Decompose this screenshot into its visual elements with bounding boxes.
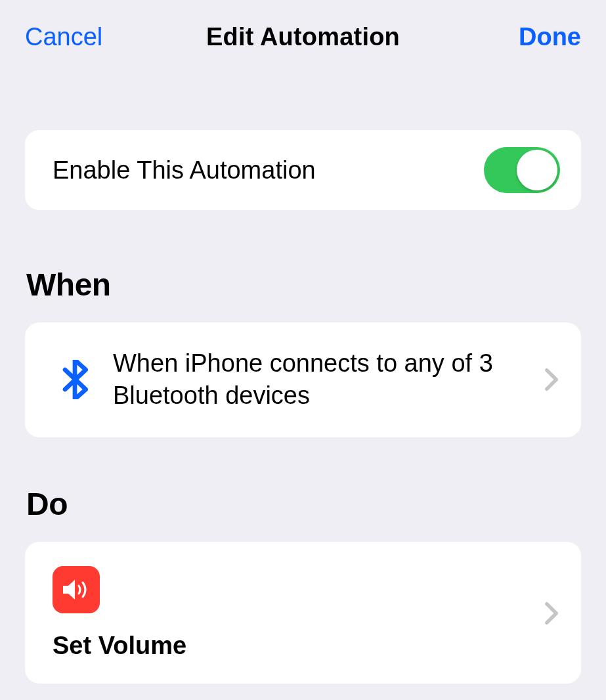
enable-automation-toggle[interactable] xyxy=(484,147,560,193)
done-label: Done xyxy=(519,23,581,51)
toggle-knob xyxy=(517,150,557,190)
do-card[interactable]: Set Volume xyxy=(25,542,581,684)
page-title: Edit Automation xyxy=(130,23,476,51)
cancel-button[interactable]: Cancel xyxy=(25,23,102,51)
action-title: Set Volume xyxy=(53,632,542,660)
sheet-root: Cancel Edit Automation Done Enable This … xyxy=(0,0,606,700)
enable-automation-label: Enable This Automation xyxy=(53,156,316,185)
chevron-right-icon xyxy=(542,368,561,391)
chevron-right-icon xyxy=(542,602,561,625)
do-section-title: Do xyxy=(26,486,581,522)
sheet-header: Cancel Edit Automation Done xyxy=(0,0,606,74)
trigger-row[interactable]: When iPhone connects to any of 3 Bluetoo… xyxy=(25,322,581,437)
when-card: When iPhone connects to any of 3 Bluetoo… xyxy=(25,322,581,437)
speaker-volume-icon xyxy=(53,566,100,613)
trigger-text: When iPhone connects to any of 3 Bluetoo… xyxy=(101,347,542,412)
done-button[interactable]: Done xyxy=(519,23,581,51)
when-section-title: When xyxy=(26,267,581,303)
bluetooth-icon xyxy=(49,360,101,399)
cancel-label: Cancel xyxy=(25,23,102,51)
enable-automation-row: Enable This Automation xyxy=(25,130,581,210)
enable-automation-card: Enable This Automation xyxy=(25,130,581,210)
